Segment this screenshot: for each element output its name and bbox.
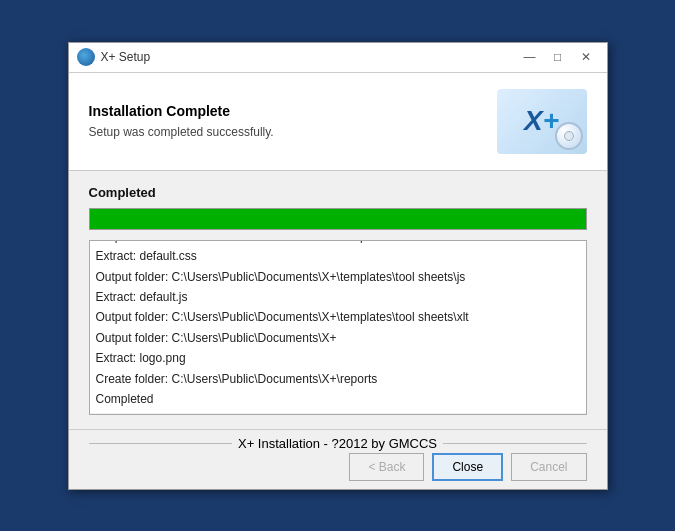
maximize-button[interactable]: □ — [545, 47, 571, 67]
app-icon — [77, 48, 95, 66]
titlebar: X+ Setup — □ ✕ — [69, 43, 607, 73]
cancel-button[interactable]: Cancel — [511, 453, 586, 481]
log-line: Extract: default.css — [96, 246, 580, 266]
header-section: Installation Complete Setup was complete… — [69, 73, 607, 171]
log-line: Output folder: C:\Users\Public\Documents… — [96, 328, 580, 348]
logo-text: X+ — [524, 105, 559, 137]
footer-label: X+ Installation - ?2012 by GMCCS — [89, 436, 587, 451]
close-button[interactable]: Close — [432, 453, 503, 481]
logo-cd-icon — [555, 122, 583, 150]
main-section: Completed Extract: default.templateOutpu… — [69, 171, 607, 429]
log-line: Output folder: C:\Users\Public\Documents… — [96, 267, 580, 287]
window-title: X+ Setup — [101, 50, 517, 64]
main-window: X+ Setup — □ ✕ Installation Complete Set… — [68, 42, 608, 490]
log-line: Extract: default.js — [96, 287, 580, 307]
log-container[interactable]: Extract: default.templateOutput folder: … — [89, 240, 587, 415]
progress-bar-fill — [90, 209, 586, 229]
header-logo: X+ — [497, 89, 587, 154]
back-button[interactable]: < Back — [349, 453, 424, 481]
footer-section: X+ Installation - ?2012 by GMCCS < Back … — [69, 429, 607, 489]
header-title: Installation Complete — [89, 103, 497, 119]
footer-label-text: X+ Installation - ?2012 by GMCCS — [238, 436, 437, 451]
progress-label: Completed — [89, 185, 587, 200]
log-line: Extract: logo.png — [96, 348, 580, 368]
log-line: Completed — [96, 389, 580, 409]
header-text: Installation Complete Setup was complete… — [89, 103, 497, 139]
close-window-button[interactable]: ✕ — [573, 47, 599, 67]
header-subtitle: Setup was completed successfully. — [89, 125, 497, 139]
log-line: Output folder: C:\Users\Public\Documents… — [96, 240, 580, 247]
buttons-row: < Back Close Cancel — [89, 453, 587, 481]
log-line: Create folder: C:\Users\Public\Documents… — [96, 369, 580, 389]
progress-bar-container — [89, 208, 587, 230]
minimize-button[interactable]: — — [517, 47, 543, 67]
window-controls: — □ ✕ — [517, 47, 599, 67]
log-line: Output folder: C:\Users\Public\Documents… — [96, 307, 580, 327]
